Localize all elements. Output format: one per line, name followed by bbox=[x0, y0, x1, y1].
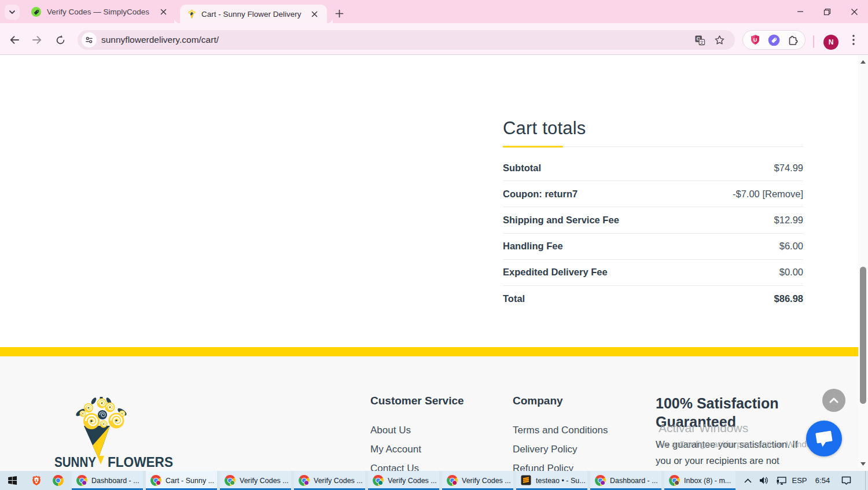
action-center-button[interactable] bbox=[836, 471, 857, 490]
footer-column-heading: Company bbox=[513, 395, 640, 407]
language-indicator[interactable]: ESP bbox=[790, 476, 810, 485]
footer-link[interactable]: My Account bbox=[370, 440, 498, 459]
row-label: Expedited Delivery Fee bbox=[503, 267, 608, 278]
taskbar-window-button[interactable]: testeao • - Su... bbox=[516, 471, 587, 490]
browser-menu-button[interactable] bbox=[846, 30, 861, 50]
row-value[interactable]: $6.00 bbox=[779, 241, 803, 252]
chrome-icon bbox=[225, 478, 236, 488]
sublime-logo-icon bbox=[521, 475, 531, 485]
chrome-icon bbox=[150, 478, 161, 488]
logo-word-1: SUNNY bbox=[54, 454, 96, 467]
chrome-profile-icon bbox=[299, 475, 310, 486]
system-tray: ESP 6:54 bbox=[740, 471, 868, 490]
simplycodes-tag-icon bbox=[768, 34, 780, 46]
translate-button[interactable]: G 文 bbox=[690, 30, 709, 50]
taskbar-window-button[interactable]: Verify Codes ... bbox=[220, 471, 291, 490]
row-label: Total bbox=[503, 293, 525, 304]
site-info-button[interactable] bbox=[82, 32, 97, 47]
taskbar-app-icon bbox=[521, 475, 532, 486]
row-label: Coupon: return7 bbox=[503, 189, 578, 200]
sunny-flowers-logo[interactable]: SUNNY FLOWERS bbox=[54, 397, 173, 467]
brave-taskbar-icon[interactable] bbox=[26, 471, 47, 490]
footer-link-item: Contact Us bbox=[370, 459, 498, 471]
chrome-taskbar-icon[interactable] bbox=[47, 471, 68, 490]
taskbar-items: Dashboard - ... bbox=[72, 471, 738, 490]
cart-totals-section: Cart totals Subtotal $74.99 Coupon: retu… bbox=[503, 118, 803, 312]
sublime-text-icon bbox=[521, 477, 531, 487]
cart-totals-separator bbox=[503, 146, 803, 148]
taskbar-window-button[interactable]: Verify Codes ... bbox=[368, 471, 439, 490]
footer-link[interactable]: About Us bbox=[370, 421, 498, 440]
address-bar[interactable]: sunnyflowerdelivery.com/cart/ G 文 bbox=[78, 30, 735, 50]
brave-icon bbox=[31, 475, 42, 486]
clock[interactable]: 6:54 bbox=[810, 476, 836, 485]
extensions-menu-button[interactable] bbox=[786, 34, 799, 46]
reload-button[interactable] bbox=[50, 30, 71, 50]
logo-word-2: FLOWERS bbox=[108, 454, 173, 467]
tab-close-button[interactable] bbox=[309, 9, 319, 19]
row-value[interactable]: -$7.00 [Remove] bbox=[733, 189, 803, 200]
scrollbar-down-arrow[interactable] bbox=[858, 459, 868, 469]
chrome-profile-icon bbox=[225, 475, 236, 486]
three-dots-icon bbox=[852, 35, 855, 45]
close-window-button[interactable] bbox=[841, 0, 868, 23]
network-button[interactable] bbox=[773, 471, 790, 490]
taskbar-app-icon bbox=[373, 475, 384, 486]
taskbar-app-icon bbox=[299, 475, 310, 486]
start-button[interactable] bbox=[2, 471, 23, 490]
cart-total-row: Total $86.98 bbox=[503, 286, 803, 312]
svg-text:U: U bbox=[753, 37, 757, 43]
scrollbar-up-arrow[interactable] bbox=[858, 57, 868, 67]
taskbar-window-button[interactable]: Verify Codes ... bbox=[294, 471, 365, 490]
page-scrollbar[interactable] bbox=[858, 56, 868, 471]
tray-expand-button[interactable] bbox=[740, 471, 756, 490]
chat-widget-button[interactable] bbox=[806, 421, 842, 456]
cart-totals-rows: Subtotal $74.99 Coupon: return7 -$7.00 [… bbox=[503, 155, 803, 312]
simplycodes-extension-button[interactable] bbox=[768, 34, 781, 46]
footer-link[interactable]: Terms and Conditions bbox=[513, 421, 640, 440]
minimize-button[interactable] bbox=[786, 0, 814, 23]
forward-button[interactable] bbox=[27, 30, 47, 50]
bookmark-star-button[interactable] bbox=[709, 30, 729, 50]
taskbar-window-button[interactable]: Dashboard - ... bbox=[72, 471, 143, 490]
taskbar-app-icon bbox=[447, 475, 458, 486]
footer-link[interactable]: Refund Policy bbox=[513, 459, 640, 471]
footer-link[interactable]: Delivery Policy bbox=[513, 440, 640, 459]
tray-spacer bbox=[857, 471, 865, 490]
tab-close-button[interactable] bbox=[158, 6, 168, 17]
taskbar-window-button[interactable]: Dashboard - ... bbox=[590, 471, 661, 490]
taskbar-window-button[interactable]: Verify Codes ... bbox=[442, 471, 513, 490]
row-value[interactable]: $0.00 bbox=[779, 267, 803, 278]
tab-search-button[interactable] bbox=[5, 5, 20, 20]
taskbar-window-button[interactable]: Inbox (8) - m... bbox=[664, 471, 735, 490]
footer-link-item: About Us bbox=[370, 421, 498, 440]
profile-avatar[interactable]: N bbox=[823, 35, 838, 50]
volume-button[interactable] bbox=[756, 471, 773, 490]
restore-button[interactable] bbox=[814, 0, 841, 23]
scrollbar-thumb[interactable] bbox=[860, 267, 866, 404]
chat-bubble-icon bbox=[814, 429, 834, 448]
row-label: Handling Fee bbox=[503, 241, 563, 252]
satisfaction-text: We guarantee your satisfaction. If you o… bbox=[656, 437, 800, 469]
back-button[interactable] bbox=[4, 30, 25, 50]
toolbar-divider bbox=[813, 35, 814, 48]
taskbar-window-button[interactable]: Cart - Sunny ... bbox=[146, 471, 217, 490]
browser-toolbar: sunnyflowerdelivery.com/cart/ G 文 bbox=[0, 23, 868, 55]
window-controls bbox=[786, 0, 868, 23]
close-icon bbox=[311, 11, 318, 17]
url-text[interactable]: sunnyflowerdelivery.com/cart/ bbox=[101, 35, 690, 45]
taskbar-window-label: Dashboard - ... bbox=[91, 477, 143, 485]
chrome-icon bbox=[76, 478, 87, 488]
footer-link[interactable]: Contact Us bbox=[370, 459, 498, 471]
chrome-profile-icon bbox=[669, 475, 680, 486]
tab-simplycodes[interactable]: Verify Codes — SimplyCodes bbox=[24, 0, 175, 23]
row-value[interactable]: $74.99 bbox=[774, 163, 803, 174]
taskbar-app-icon bbox=[225, 475, 236, 486]
show-desktop-divider[interactable] bbox=[865, 471, 866, 490]
scroll-to-top-button[interactable] bbox=[822, 389, 845, 412]
tab-cart-sunny-flower[interactable]: Cart - Sunny Flower Delivery bbox=[180, 5, 327, 23]
row-value[interactable]: $12.99 bbox=[774, 215, 803, 226]
row-value[interactable]: $86.98 bbox=[774, 293, 803, 304]
new-tab-button[interactable] bbox=[331, 5, 347, 21]
ublock-extension-button[interactable]: U bbox=[749, 34, 762, 46]
